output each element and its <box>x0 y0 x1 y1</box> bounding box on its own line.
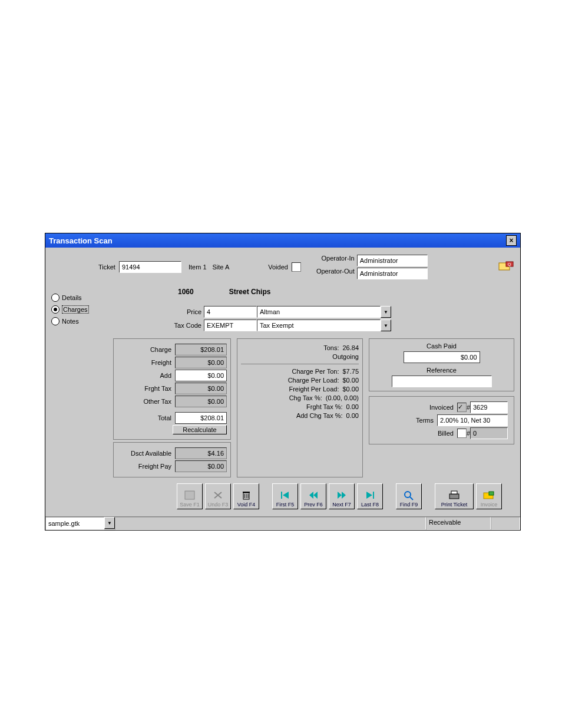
operator-out-field[interactable] <box>357 268 428 279</box>
svg-point-19 <box>405 492 411 498</box>
chevron-down-icon: ▼ <box>107 521 112 526</box>
radio-charges-label: Charges <box>62 305 89 314</box>
freightpay-label: Freight Pay <box>117 463 171 470</box>
recalculate-button[interactable]: Recalculate <box>173 425 227 434</box>
svg-rect-21 <box>449 494 459 499</box>
cpt-value: $7.75 <box>342 368 359 375</box>
voided-label: Voided <box>268 263 288 271</box>
search-icon <box>403 490 415 500</box>
direction-value: Outgoing <box>332 353 359 360</box>
title-bar: Transaction Scan × <box>45 233 520 248</box>
frghttax-field <box>175 383 227 394</box>
save-icon <box>184 490 196 500</box>
first-button[interactable]: First F5 <box>272 483 298 509</box>
trash-icon <box>240 490 252 500</box>
lookup-icon[interactable]: Q <box>498 261 514 274</box>
billed-checkbox[interactable] <box>457 429 467 438</box>
svg-rect-3 <box>185 491 194 499</box>
next-icon <box>336 490 348 500</box>
svg-rect-11 <box>281 492 282 499</box>
operator-out-label: Operator-Out <box>316 268 355 279</box>
radio-notes[interactable]: Notes <box>51 317 107 325</box>
add-field[interactable] <box>175 370 227 381</box>
svg-marker-15 <box>338 492 342 499</box>
operator-in-label: Operator-In <box>316 255 355 266</box>
invoiced-checkbox[interactable]: ✓ <box>457 403 467 412</box>
void-button[interactable]: Void F4 <box>233 483 259 509</box>
taxcode-name-field[interactable] <box>257 319 381 331</box>
last-button[interactable]: Last F8 <box>357 483 383 509</box>
cpl-label: Charge Per Load: <box>288 377 339 384</box>
status-receivable: Receivable <box>426 517 491 530</box>
fpl-value: $0.00 <box>342 386 359 393</box>
svg-marker-16 <box>342 492 346 499</box>
transaction-scan-window: Transaction Scan × Ticket Item 1 Site A … <box>45 233 521 531</box>
window-title: Transaction Scan <box>49 236 113 245</box>
status-file-dropdown[interactable]: ▼ <box>104 517 115 529</box>
reference-label: Reference <box>375 367 508 374</box>
charge-field <box>175 344 227 355</box>
operator-in-field[interactable] <box>357 255 428 266</box>
addtax-value: 0.00 <box>346 412 359 419</box>
save-button: Save F1 <box>177 483 203 509</box>
freightpay-field <box>175 460 227 472</box>
chgtax-label: Chg Tax %: <box>289 394 322 401</box>
folder-icon <box>482 490 496 500</box>
radio-notes-label: Notes <box>62 318 79 325</box>
last-icon <box>364 490 376 500</box>
price-dropdown[interactable]: ▼ <box>381 306 391 318</box>
status-end <box>491 517 520 530</box>
next-button[interactable]: Next F7 <box>329 483 355 509</box>
svg-rect-10 <box>243 492 250 493</box>
svg-line-20 <box>410 497 413 500</box>
taxcode-label: Tax Code <box>113 322 201 329</box>
dsct-field <box>175 447 227 459</box>
printer-icon <box>447 490 461 500</box>
tons-label: Tons: <box>323 344 339 351</box>
reference-field[interactable] <box>392 375 492 387</box>
undo-button: Undo F3 <box>205 483 231 509</box>
ticket-field[interactable] <box>119 261 181 273</box>
freight-field <box>175 357 227 368</box>
terms-field[interactable] <box>437 414 508 426</box>
radio-details-label: Details <box>62 294 82 301</box>
chgtax-value: (0.00, 0.00) <box>326 394 359 401</box>
taxcode-dropdown[interactable]: ▼ <box>381 319 391 331</box>
undo-icon <box>212 490 224 500</box>
price-code-field[interactable] <box>204 306 257 318</box>
frtax-value: 0.00 <box>346 403 359 410</box>
taxcode-field[interactable] <box>204 319 257 331</box>
voided-checkbox[interactable] <box>292 262 301 272</box>
svg-rect-22 <box>451 491 457 494</box>
billed-num-field <box>470 427 508 439</box>
frghttax-label: Frght Tax <box>117 385 171 392</box>
cashpaid-field[interactable] <box>404 351 480 363</box>
prev-button[interactable]: Prev F6 <box>300 483 326 509</box>
svg-rect-24 <box>489 492 494 495</box>
svg-marker-17 <box>366 492 372 499</box>
status-file-field[interactable] <box>45 517 104 530</box>
fpl-label: Freight Per Load: <box>289 386 339 393</box>
frtax-label: Frght Tax %: <box>306 403 343 410</box>
invoiced-num-field[interactable] <box>470 401 508 413</box>
cpt-label: Charge Per Ton: <box>292 368 339 375</box>
price-label: Price <box>113 308 201 315</box>
print-ticket-button[interactable]: Print Ticket <box>435 483 474 509</box>
chevron-down-icon: ▼ <box>384 323 388 328</box>
svg-marker-12 <box>283 492 289 499</box>
svg-text:Q: Q <box>508 262 511 267</box>
close-button[interactable]: × <box>506 235 517 246</box>
svg-rect-18 <box>373 492 374 499</box>
charge-label: Charge <box>117 346 171 353</box>
radio-charges[interactable]: Charges <box>51 305 107 314</box>
prev-icon <box>308 490 319 500</box>
invoice-button: Invoice <box>476 483 502 509</box>
add-label: Add <box>117 372 171 379</box>
radio-details[interactable]: Details <box>51 294 107 302</box>
chevron-down-icon: ▼ <box>384 309 388 315</box>
total-field <box>175 412 227 424</box>
price-name-field[interactable] <box>257 306 381 318</box>
svg-marker-14 <box>313 492 318 499</box>
first-icon <box>279 490 291 500</box>
find-button[interactable]: Find F9 <box>396 483 422 509</box>
